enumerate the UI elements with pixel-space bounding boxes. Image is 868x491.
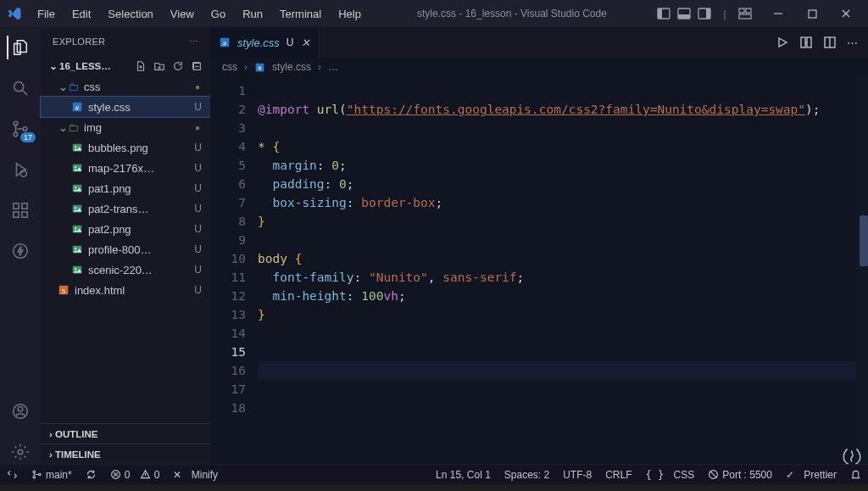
settings-gear-icon[interactable] [8, 440, 32, 464]
menu-go[interactable]: Go [203, 4, 234, 24]
menu-help[interactable]: Help [330, 4, 370, 24]
section-label: OUTLINE [55, 429, 97, 439]
tree-file-image[interactable]: profile-800…U [41, 239, 210, 259]
language-mode[interactable]: { } CSS [639, 469, 702, 481]
sync-status[interactable] [79, 469, 103, 480]
svg-rect-56 [807, 37, 811, 47]
timeline-section[interactable]: › TIMELINE [41, 444, 210, 464]
git-status: U [194, 162, 202, 174]
git-branch[interactable]: main* [25, 469, 79, 481]
chevron-down-icon: ⌄ [58, 81, 68, 93]
tree-file-style-css[interactable]: # style.css U [41, 97, 210, 117]
minimize-icon[interactable] [761, 1, 795, 26]
tree-label: map-2176x… [88, 162, 154, 175]
line-number-gutter: 123456789101112131415161718 [210, 76, 258, 464]
breadcrumb[interactable]: css › # style.css › … [210, 58, 868, 76]
tree-file-image[interactable]: pat2.pngU [41, 219, 210, 239]
svg-point-27 [18, 449, 23, 455]
account-icon[interactable] [8, 399, 32, 423]
main-area: EXPLORER ⋯ ⌄ 16_LESS… ⌄ 🗀 css ● # style.… [0, 27, 868, 464]
indentation-status[interactable]: Spaces: 2 [498, 469, 556, 481]
tree-label: pat1.png [88, 182, 131, 195]
run-icon[interactable] [776, 36, 789, 49]
git-status: U [194, 284, 202, 296]
svg-point-17 [23, 127, 27, 131]
image-file-icon [71, 182, 83, 194]
modified-dot-icon: ● [195, 123, 200, 132]
svg-point-15 [14, 121, 18, 126]
thunder-icon[interactable] [8, 239, 32, 263]
diff-icon[interactable] [799, 36, 813, 49]
tab-close-icon[interactable]: ✕ [301, 36, 310, 49]
code-editor[interactable]: 123456789101112131415161718 @import url(… [210, 76, 868, 464]
tree-file-image[interactable]: bubbles.pngU [41, 137, 210, 158]
svg-rect-1 [658, 8, 662, 19]
cursor-position[interactable]: Ln 15, Col 1 [429, 469, 498, 481]
tree-file-image[interactable]: map-2176x…U [41, 158, 210, 178]
titlebar: File Edit Selection View Go Run Terminal… [0, 0, 868, 27]
encoding-status[interactable]: UTF-8 [556, 469, 598, 481]
source-control-icon[interactable] [8, 117, 32, 141]
toggle-panel-left-icon[interactable] [654, 4, 673, 23]
tree-folder-img[interactable]: ⌄ 🗀 img ● [41, 117, 210, 137]
image-file-icon [71, 243, 83, 255]
new-file-icon[interactable] [134, 59, 147, 73]
eol-status[interactable]: CRLF [598, 469, 638, 481]
menu-run[interactable]: Run [234, 4, 271, 24]
code-content[interactable]: @import url("https://fonts.googleapis.co… [258, 76, 868, 464]
menu-selection[interactable]: Selection [99, 4, 161, 24]
more-actions-icon[interactable]: ⋯ [847, 36, 858, 49]
prettier-status[interactable]: ✓ Prettier [779, 469, 843, 481]
tree-file-image[interactable]: scenic-220…U [41, 259, 210, 280]
menu-edit[interactable]: Edit [64, 4, 99, 24]
menu-view[interactable]: View [162, 4, 203, 24]
svg-rect-22 [22, 212, 27, 217]
problems-status[interactable]: 0 0 [103, 469, 167, 481]
breadcrumb-seg[interactable]: css [222, 61, 237, 73]
notifications-icon[interactable] [843, 469, 868, 480]
sidebar-more-icon[interactable]: ⋯ [189, 36, 198, 47]
css-file-icon: # [71, 101, 83, 113]
modified-dot-icon: ● [195, 82, 200, 92]
tab-style-css[interactable]: # style.css U ✕ [210, 27, 320, 58]
chevron-right-icon: › [318, 61, 321, 73]
explorer-icon[interactable] [7, 36, 31, 59]
explorer-toolbar [134, 59, 203, 73]
search-icon[interactable] [8, 76, 32, 100]
extensions-icon[interactable] [8, 198, 32, 222]
live-server-status[interactable]: Port : 5500 [701, 469, 779, 481]
toggle-panel-bottom-icon[interactable] [675, 4, 693, 23]
tree-file-image[interactable]: pat1.pngU [41, 178, 210, 198]
git-status: U [194, 203, 202, 215]
tree-label: index.html [75, 284, 125, 297]
css-file-icon: # [219, 36, 231, 48]
breadcrumb-overflow[interactable]: … [328, 61, 338, 73]
tree-file-image[interactable]: pat2-trans…U [41, 198, 210, 219]
maximize-icon[interactable] [795, 1, 829, 26]
workspace-folder-row[interactable]: ⌄ 16_LESS… [41, 56, 210, 76]
remote-indicator[interactable] [0, 469, 25, 480]
refresh-icon[interactable] [171, 59, 185, 73]
toggle-panel-right-icon[interactable] [695, 4, 714, 23]
split-editor-icon[interactable] [823, 36, 837, 49]
close-icon[interactable] [829, 1, 863, 26]
image-file-icon [71, 203, 83, 215]
tree-folder-css[interactable]: ⌄ 🗀 css ● [41, 76, 210, 97]
minimap[interactable] [856, 76, 868, 464]
svg-text:#: # [75, 104, 80, 112]
outline-section[interactable]: › OUTLINE [41, 423, 210, 444]
new-folder-icon[interactable] [153, 59, 166, 73]
run-debug-icon[interactable] [8, 158, 32, 181]
menu-terminal[interactable]: Terminal [271, 4, 330, 24]
minimap-slider[interactable] [860, 215, 868, 266]
customize-layout-icon[interactable] [736, 4, 754, 23]
vscode-logo-icon [5, 4, 24, 23]
breadcrumb-seg[interactable]: style.css [272, 61, 311, 73]
svg-rect-8 [739, 14, 751, 19]
minify-status[interactable]: ✕ Minify [166, 469, 225, 481]
tree-file-index-html[interactable]: 5 index.html U [41, 280, 210, 300]
svg-point-63 [38, 473, 41, 476]
tree-label: img [84, 121, 102, 134]
menu-file[interactable]: File [29, 4, 64, 24]
collapse-all-icon[interactable] [190, 59, 203, 73]
